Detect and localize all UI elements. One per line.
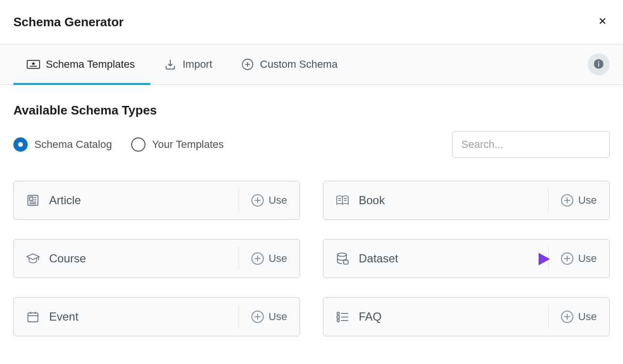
radio-label: Schema Catalog	[34, 138, 112, 151]
card-label: Article	[49, 194, 81, 207]
dialog-title: Schema Generator	[13, 15, 124, 30]
svg-rect-10	[30, 197, 33, 200]
dialog-header: Schema Generator	[0, 0, 623, 44]
use-label: Use	[578, 252, 597, 265]
svg-rect-35	[337, 316, 340, 318]
use-button-event[interactable]: Use	[239, 305, 300, 328]
course-icon	[24, 250, 42, 267]
use-label: Use	[269, 311, 287, 323]
use-button-dataset[interactable]: Use	[548, 247, 609, 270]
svg-marker-1	[31, 62, 35, 65]
plus-circle-icon	[561, 311, 573, 323]
plus-circle-icon	[251, 194, 264, 207]
dataset-icon	[334, 250, 351, 267]
schema-card-dataset[interactable]: Dataset Use	[323, 239, 610, 278]
card-label: Course	[49, 252, 86, 265]
plus-circle-icon	[251, 252, 264, 265]
use-label: Use	[578, 311, 597, 323]
svg-point-8	[598, 61, 600, 62]
radio-indicator-icon	[13, 137, 28, 152]
schema-card-course[interactable]: Course Use	[13, 239, 300, 278]
schema-cards-grid: Article Use Book Use Course Use	[13, 181, 610, 336]
article-icon	[24, 192, 42, 209]
card-label: Dataset	[359, 252, 398, 265]
svg-rect-7	[598, 63, 599, 66]
faq-icon	[334, 308, 351, 325]
schema-card-event[interactable]: Event Use	[13, 297, 300, 336]
use-label: Use	[578, 194, 597, 207]
filter-row: Schema Catalog Your Templates	[13, 131, 610, 158]
schema-card-article[interactable]: Article Use	[13, 181, 300, 220]
radio-indicator-icon	[131, 137, 145, 152]
use-label: Use	[269, 252, 287, 265]
tab-label: Import	[183, 58, 212, 71]
info-button[interactable]	[588, 53, 610, 75]
tab-schema-templates[interactable]: Schema Templates	[13, 44, 150, 84]
plus-circle-icon	[561, 252, 573, 265]
content-area: Available Schema Types Schema Catalog Yo…	[0, 85, 623, 350]
radio-schema-catalog[interactable]: Schema Catalog	[13, 137, 112, 152]
event-icon	[24, 308, 42, 325]
filter-radio-group: Schema Catalog Your Templates	[13, 137, 224, 152]
radio-label: Your Templates	[152, 138, 224, 151]
use-button-course[interactable]: Use	[239, 247, 300, 270]
plus-circle-icon	[561, 194, 573, 207]
svg-point-33	[337, 312, 340, 315]
close-button[interactable]	[595, 13, 610, 31]
use-button-article[interactable]: Use	[239, 189, 300, 212]
card-label: Event	[49, 310, 78, 323]
book-icon	[334, 192, 351, 209]
custom-schema-icon	[241, 58, 254, 71]
use-button-book[interactable]: Use	[548, 189, 609, 212]
use-button-faq[interactable]: Use	[548, 305, 609, 328]
radio-your-templates[interactable]: Your Templates	[131, 137, 224, 152]
svg-point-21	[338, 253, 347, 256]
tab-custom-schema[interactable]: Custom Schema	[228, 44, 353, 84]
plus-circle-icon	[251, 311, 264, 323]
import-icon	[164, 58, 177, 71]
tabs-bar: Schema Templates Import Custom Schema	[0, 44, 623, 85]
annotation-arrow-icon	[504, 248, 552, 270]
tab-label: Schema Templates	[46, 58, 135, 71]
svg-point-37	[337, 320, 340, 322]
schema-card-faq[interactable]: FAQ Use	[323, 297, 610, 336]
close-icon	[597, 14, 608, 29]
section-title: Available Schema Types	[13, 103, 610, 118]
use-label: Use	[269, 194, 287, 207]
card-label: FAQ	[359, 310, 382, 323]
svg-rect-22	[343, 260, 348, 264]
svg-rect-23	[28, 313, 38, 322]
tab-label: Custom Schema	[260, 58, 338, 71]
schema-card-book[interactable]: Book Use	[323, 181, 610, 220]
search-input[interactable]	[452, 131, 610, 158]
schema-templates-icon	[27, 58, 40, 71]
tab-import[interactable]: Import	[150, 44, 228, 84]
card-label: Book	[359, 194, 385, 207]
info-icon	[593, 59, 604, 71]
